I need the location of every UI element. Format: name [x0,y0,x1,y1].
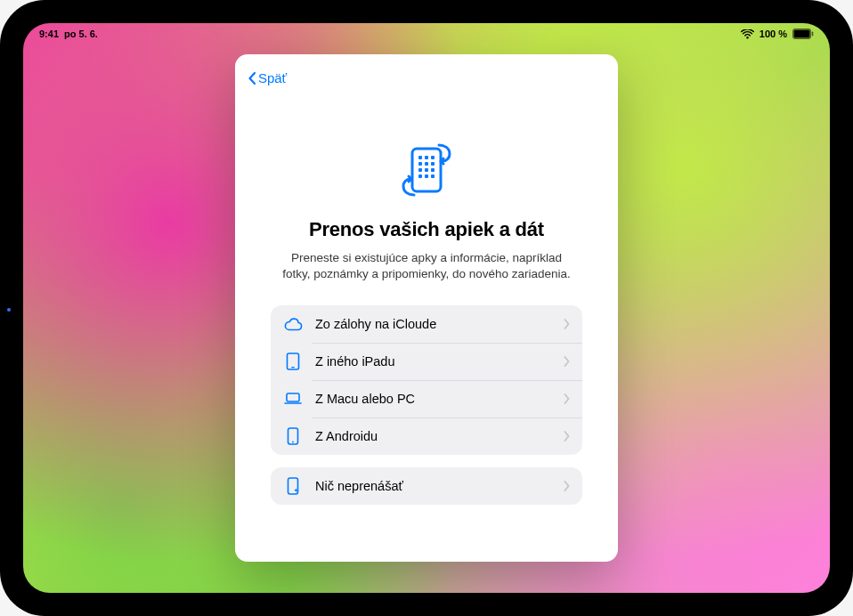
svg-rect-8 [425,162,428,166]
modal-subtitle: Preneste si existujúce apky a informácie… [280,250,573,282]
wifi-icon [741,29,754,39]
svg-rect-14 [425,174,428,178]
svg-rect-7 [418,162,422,166]
svg-rect-6 [431,156,435,159]
status-bar: 9:41 po 5. 6. 100 % [23,23,830,45]
laptop-icon [283,392,303,406]
option-label: Z iného iPadu [315,354,551,369]
back-button[interactable]: Späť [235,67,296,89]
chevron-right-icon [564,319,570,329]
phone-icon [283,427,303,445]
chevron-right-icon [564,481,570,491]
options-list-secondary: Nič neprenášať [271,467,582,505]
svg-rect-1 [794,30,809,37]
option-android[interactable]: Z Androidu [271,417,582,455]
svg-point-20 [292,442,294,443]
svg-rect-17 [291,367,295,368]
chevron-left-icon [248,71,256,85]
option-label: Zo zálohy na iCloude [315,317,551,331]
option-icloud-backup[interactable]: Zo zálohy na iCloude [271,305,582,343]
option-other-ipad[interactable]: Z iného iPadu [271,343,582,380]
status-date: po 5. 6. [64,28,98,39]
chevron-right-icon [564,356,570,367]
svg-rect-9 [431,162,435,166]
svg-rect-13 [418,174,422,178]
svg-rect-12 [431,168,435,172]
transfer-hero-icon [394,138,459,204]
sparkle-phone-icon [283,477,303,495]
svg-rect-4 [418,156,422,159]
option-dont-transfer[interactable]: Nič neprenášať [271,467,582,505]
chevron-right-icon [564,431,570,442]
ipad-screen: 9:41 po 5. 6. 100 % [23,23,830,593]
svg-rect-21 [288,478,298,494]
ipad-icon [283,353,303,370]
option-label: Z Androidu [315,429,551,443]
ipad-frame: 9:41 po 5. 6. 100 % [0,0,853,616]
svg-rect-11 [425,168,428,172]
status-battery-text: 100 % [760,28,787,39]
ipad-bezel: 9:41 po 5. 6. 100 % [4,4,849,612]
side-indicator-dot [7,308,11,312]
svg-rect-10 [418,168,422,172]
modal-title: Prenos vašich apiek a dát [309,218,544,241]
back-button-label: Späť [258,70,287,85]
option-mac-or-pc[interactable]: Z Macu alebo PC [271,380,582,417]
svg-rect-15 [431,174,435,178]
option-label: Z Macu alebo PC [315,392,551,406]
svg-rect-5 [425,156,428,159]
battery-icon [792,28,814,39]
svg-rect-18 [287,393,299,401]
status-time: 9:41 [39,28,59,39]
chevron-right-icon [564,393,570,404]
options-list-primary: Zo zálohy na iCloude Z iného iPadu [271,305,582,455]
svg-rect-2 [812,32,814,36]
option-label: Nič neprenášať [315,479,551,493]
cloud-icon [283,317,303,331]
transfer-modal: Späť [235,54,618,562]
